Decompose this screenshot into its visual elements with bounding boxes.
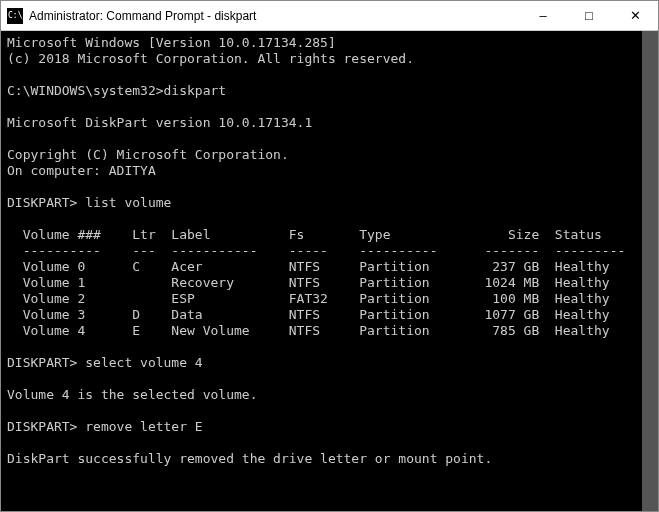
os-version-line: Microsoft Windows [Version 10.0.17134.28…	[7, 35, 336, 50]
diskpart-prompt: DISKPART>	[7, 355, 85, 370]
maximize-button[interactable]: □	[566, 1, 612, 31]
scrollbar-track[interactable]	[642, 31, 658, 511]
scrollbar-thumb[interactable]	[642, 31, 658, 511]
diskpart-copyright: Copyright (C) Microsoft Corporation.	[7, 147, 289, 162]
shell-prompt: C:\WINDOWS\system32>	[7, 83, 164, 98]
cmd-icon	[7, 8, 23, 24]
window-controls: – □ ✕	[520, 1, 658, 31]
copyright-line: (c) 2018 Microsoft Corporation. All righ…	[7, 51, 414, 66]
shell-command: diskpart	[164, 83, 227, 98]
diskpart-prompt: DISKPART>	[7, 419, 85, 434]
minimize-button[interactable]: –	[520, 1, 566, 31]
diskpart-prompt: DISKPART>	[7, 195, 85, 210]
window-title: Administrator: Command Prompt - diskpart	[29, 9, 520, 23]
remove-result: DiskPart successfully removed the drive …	[7, 451, 492, 466]
select-result: Volume 4 is the selected volume.	[7, 387, 257, 402]
diskpart-computer: On computer: ADITYA	[7, 163, 156, 178]
diskpart-cmd-remove: remove letter E	[85, 419, 202, 434]
diskpart-version: Microsoft DiskPart version 10.0.17134.1	[7, 115, 312, 130]
diskpart-cmd-select: select volume 4	[85, 355, 202, 370]
terminal-output[interactable]: Microsoft Windows [Version 10.0.17134.28…	[1, 31, 658, 511]
close-button[interactable]: ✕	[612, 1, 658, 31]
window-titlebar: Administrator: Command Prompt - diskpart…	[1, 1, 658, 31]
volume-table: Volume ### Ltr Label Fs Type Size Status…	[7, 227, 658, 338]
diskpart-cmd-list: list volume	[85, 195, 171, 210]
